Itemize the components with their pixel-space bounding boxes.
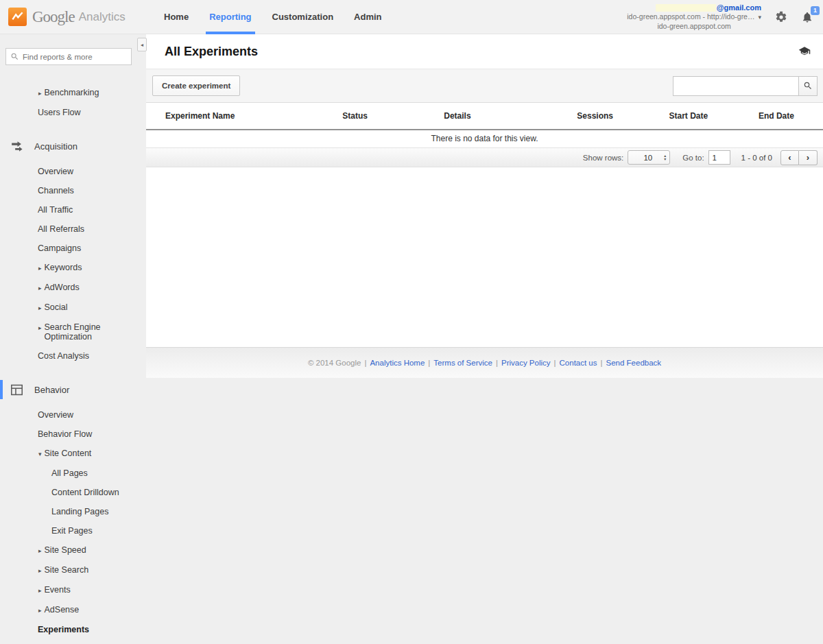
footer-link-terms-of-service[interactable]: Terms of Service <box>433 359 492 367</box>
sidebar-item-all-traffic[interactable]: All Traffic <box>0 200 137 219</box>
sidebar-section-label: Acquisition <box>34 141 77 152</box>
sidebar-item-users-flow[interactable]: Users Flow <box>0 103 137 122</box>
sidebar-item-benchmarking[interactable]: ▸Benchmarking <box>0 83 137 103</box>
sidebar-item-experiments[interactable]: Experiments <box>0 620 137 639</box>
sidebar-item-label: Keywords <box>45 263 82 272</box>
sidebar-item-content-drilldown[interactable]: Content Drilldown <box>0 483 137 502</box>
footer-separator: | <box>364 359 366 367</box>
column-header-details[interactable]: Details <box>444 111 538 121</box>
sidebar-item-site-content[interactable]: ▾Site Content <box>0 444 137 464</box>
sidebar-section-acquisition[interactable]: Acquisition <box>0 136 137 156</box>
sidebar-item-overview[interactable]: Overview <box>0 405 137 425</box>
sidebar-item-label: Site Search <box>45 565 89 575</box>
notifications-button[interactable]: 1 <box>801 11 813 23</box>
sidebar-item-overview[interactable]: Overview <box>0 162 137 181</box>
sidebar-item-label: Campaigns <box>38 243 81 253</box>
sidebar-item-label: AdSense <box>45 605 80 615</box>
footer-link-privacy-policy[interactable]: Privacy Policy <box>501 359 551 367</box>
nav-tab-customization[interactable]: Customization <box>262 0 344 34</box>
chevron-left-icon: ‹ <box>788 152 791 163</box>
sidebar-item-events[interactable]: ▸Events <box>0 580 137 600</box>
footer-separator: | <box>601 359 603 367</box>
column-header-experiment-name[interactable]: Experiment Name <box>146 111 342 121</box>
chevron-right-icon: ▸ <box>38 90 42 97</box>
footer-separator: | <box>554 359 556 367</box>
sidebar-item-keywords[interactable]: ▸Keywords <box>0 258 137 278</box>
sidebar-item-label: AdWords <box>45 283 80 292</box>
sidebar-item-in-page-analytics[interactable]: In-Page Analytics <box>0 639 137 644</box>
sidebar-item-landing-pages[interactable]: Landing Pages <box>0 502 137 521</box>
primary-nav: Home Reporting Customization Admin <box>154 0 392 34</box>
account-dropdown-caret[interactable]: ▾ <box>758 14 761 21</box>
show-rows-select[interactable]: 10 ▴▾ <box>628 150 670 165</box>
logo-analytics-text: Analytics <box>79 10 126 24</box>
settings-button[interactable] <box>775 11 787 23</box>
notification-count-badge: 1 <box>811 6 820 15</box>
sidebar-item-label: Social <box>45 302 68 312</box>
sidebar-item-adwords[interactable]: ▸AdWords <box>0 278 137 298</box>
behavior-icon <box>10 383 25 396</box>
sidebar-section-label: Behavior <box>34 385 69 395</box>
sidebar-item-exit-pages[interactable]: Exit Pages <box>0 521 137 540</box>
goto-page-input[interactable] <box>708 150 730 165</box>
sidebar-nav-items: ▸BenchmarkingUsers FlowAcquisitionOvervi… <box>0 83 137 644</box>
experiments-search-button[interactable] <box>798 76 818 96</box>
sidebar-item-label: Landing Pages <box>51 507 108 516</box>
sidebar-item-label: Users Flow <box>38 108 81 117</box>
sidebar-item-label: Experiments <box>38 625 89 634</box>
footer-link-send-feedback[interactable]: Send Feedback <box>606 359 662 367</box>
chevron-right-icon: ▸ <box>38 265 42 272</box>
nav-tab-admin[interactable]: Admin <box>344 0 392 34</box>
column-header-start-date[interactable]: Start Date <box>613 111 708 121</box>
sidebar-item-label: Overview <box>38 410 73 420</box>
sidebar-item-site-search[interactable]: ▸Site Search <box>0 560 137 580</box>
sidebar-item-channels[interactable]: Channels <box>0 181 137 200</box>
footer-separator: | <box>496 359 498 367</box>
sidebar-item-all-referrals[interactable]: All Referrals <box>0 219 137 239</box>
select-spinner-icon: ▴▾ <box>664 154 666 161</box>
sidebar-item-search-engine-optimization[interactable]: ▸Search Engine Optimization <box>0 318 137 346</box>
sidebar: ▸BenchmarkingUsers FlowAcquisitionOvervi… <box>0 34 137 644</box>
sidebar-collapse-button[interactable]: ◂ <box>137 38 147 51</box>
footer-separator: | <box>428 359 430 367</box>
account-selector[interactable]: @gmail.com ido-green.appspot.com - http:… <box>627 3 761 31</box>
main-content: All Experiments Create experiment Experi… <box>146 34 823 644</box>
nav-tab-reporting[interactable]: Reporting <box>199 0 261 34</box>
experiments-table-header: Experiment NameStatusDetailsSessionsStar… <box>146 103 823 130</box>
sidebar-item-adsense[interactable]: ▸AdSense <box>0 600 137 620</box>
sidebar-item-site-speed[interactable]: ▸Site Speed <box>0 540 137 560</box>
column-header-end-date[interactable]: End Date <box>708 111 823 121</box>
sidebar-item-all-pages[interactable]: All Pages <box>0 464 137 483</box>
sidebar-item-cost-analysis[interactable]: Cost Analysis <box>0 346 137 366</box>
nav-tab-home[interactable]: Home <box>154 0 199 34</box>
prev-page-button[interactable]: ‹ <box>780 150 799 165</box>
sidebar-item-label: Site Speed <box>45 545 86 555</box>
account-email: @gmail.com <box>627 3 761 12</box>
table-pagination: Show rows: 10 ▴▾ Go to: 1 - 0 of 0 ‹ › <box>146 148 823 167</box>
sidebar-item-label: Benchmarking <box>45 88 99 97</box>
chevron-right-icon: ▸ <box>38 567 42 574</box>
sidebar-item-label: Content Drilldown <box>51 488 119 497</box>
sidebar-item-behavior-flow[interactable]: Behavior Flow <box>0 425 137 444</box>
search-icon <box>10 52 19 61</box>
next-page-button[interactable]: › <box>799 150 818 165</box>
sidebar-item-campaigns[interactable]: Campaigns <box>0 239 137 258</box>
sidebar-item-label: Search Engine Optimization <box>45 322 127 342</box>
sidebar-search-input[interactable] <box>23 53 127 61</box>
sidebar-section-behavior[interactable]: Behavior <box>0 379 137 400</box>
top-header: Google Analytics Home Reporting Customiz… <box>0 0 823 34</box>
column-header-sessions[interactable]: Sessions <box>538 111 613 121</box>
experiments-search-input[interactable] <box>673 76 798 96</box>
account-property: ido-green.appspot.com - http://ido-gre…▾ <box>627 12 761 22</box>
footer-link-contact-us[interactable]: Contact us <box>560 359 597 367</box>
sidebar-search-box[interactable] <box>5 48 132 65</box>
footer-link-analytics-home[interactable]: Analytics Home <box>370 359 425 367</box>
sidebar-item-social[interactable]: ▸Social <box>0 298 137 318</box>
chevron-right-icon: › <box>807 152 809 163</box>
chevron-right-icon: ▸ <box>38 305 42 311</box>
column-header-status[interactable]: Status <box>342 111 444 121</box>
google-analytics-logo[interactable]: Google Analytics <box>0 8 144 26</box>
table-empty-message: There is no data for this view. <box>146 130 823 148</box>
education-graduation-cap-icon[interactable] <box>797 45 812 58</box>
create-experiment-button[interactable]: Create experiment <box>152 75 240 96</box>
